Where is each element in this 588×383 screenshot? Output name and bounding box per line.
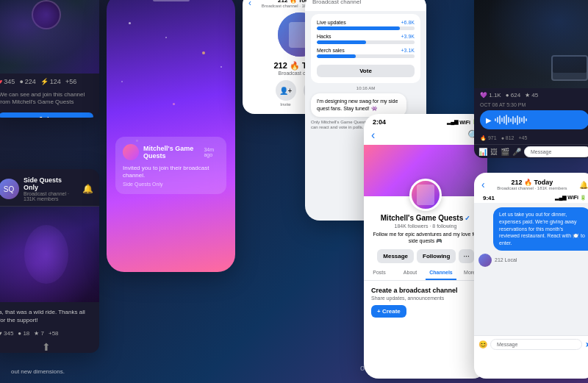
profile-followers: 184K followers · 8 following (364, 223, 487, 229)
rb-sender-name: 212 Local (495, 257, 517, 262)
rb-back-icon[interactable]: ‹ (481, 179, 485, 190)
poll-bar-3 (317, 54, 356, 58)
create-sub: Share updates, announcements (371, 296, 480, 301)
gif-icon[interactable]: 🎬 (501, 148, 509, 156)
rb-message-input[interactable]: Message (490, 339, 582, 350)
card-rt-controls: 📊 🖼 🎬 🎤 Message (474, 144, 588, 158)
profile-nav: ‹ 🔍 (364, 127, 487, 145)
cr-header: Broadcast channel (305, 0, 426, 11)
mic-icon[interactable]: 🎤 (512, 148, 521, 156)
notif-body: Invited you to join their broadcast chan… (123, 165, 219, 180)
image-icon[interactable]: 🖼 (490, 148, 498, 156)
channel-name-bl: Side Quests Only (24, 176, 78, 191)
tab-about[interactable]: About (395, 266, 426, 280)
poll-count-2: +3.9K (401, 34, 415, 39)
poll-bar-2 (317, 40, 366, 44)
poll-section: Live updates +6.8K Hacks +3.9K Merch sal… (311, 14, 420, 83)
rb-send-icon[interactable]: ➤ (585, 340, 588, 348)
bottom-explore-text: out new dimensions. (11, 368, 65, 376)
poll-count-3: +3.1K (401, 48, 415, 53)
rb-sender-avatar (478, 254, 492, 267)
poll-option-2: Hacks (317, 34, 331, 39)
profile-cover (364, 145, 487, 196)
card-rt-bottom-stats: 🔥 971 ● 812 +45 (474, 132, 588, 144)
audio-waveform (495, 114, 584, 126)
rb-header: ‹ 212 🔥 Today Broadcast channel · 181K m… (474, 173, 588, 193)
notif-title: Mitchell's Game Quests (143, 145, 199, 160)
card-bl-message: a, that was a wild ride. Thanks all for … (0, 302, 99, 330)
rb-channel-name: 212 🔥 Today (488, 179, 576, 186)
rb-emoji-icon[interactable]: 😊 (478, 340, 487, 348)
rb-channel-sub: Broadcast channel · 181K members (488, 186, 576, 190)
bell-icon: 🔔 (82, 184, 93, 194)
avatar-side-quests: SQ (0, 179, 19, 199)
card-rt-stats: 💜 1.1K ● 624 ★ 45 (474, 88, 588, 102)
card-bl-stats: ♥ 345 ● 18 ★ 7 +58 (0, 330, 99, 337)
notif-sub: Side Quests Only (123, 182, 219, 187)
card-bottom-left: SQ Side Quests Only Broadcast channel · … (0, 169, 99, 353)
card-tl-stats: ♥ 345 ● 224 ⚡ 124 +56 (0, 74, 99, 90)
profile-name: Mitchell's Game Quests ✓ (364, 214, 487, 222)
notification-card: Mitchell's Game Quests 34m ago Invited y… (115, 137, 226, 194)
profile-status-bar: 2:04 ▂▄▆ WiFi 🔋 (364, 114, 487, 127)
join-button[interactable]: Join (0, 112, 93, 118)
share-icon[interactable]: ⬆ (42, 341, 51, 353)
card-rt-date: OCT 06 AT 5:30 PM (474, 102, 588, 107)
card-center-left: Mitchell's Game Quests 34m ago Invited y… (107, 0, 235, 272)
card-tl-image (0, 0, 99, 74)
more-button[interactable]: ··· (459, 249, 473, 263)
cr-header-text: Broadcast channel (312, 0, 361, 5)
card-right-bottom: ‹ 212 🔥 Today Broadcast channel · 181K m… (474, 173, 588, 379)
profile-avatar (409, 179, 442, 211)
profile-back-icon[interactable]: ‹ (371, 129, 375, 142)
rb-message-bubble: Let us take you out for dinner, expenses… (493, 207, 588, 251)
main-scene: ♥ 345 ● 224 ⚡ 124 +56 We can see and joi… (0, 0, 588, 383)
following-button[interactable]: Following (417, 249, 456, 263)
profile-desc: Follow me for epic adventures and my lov… (364, 229, 487, 246)
invite-icon[interactable]: 👤+ (276, 80, 296, 101)
poll-bar-1 (317, 26, 400, 30)
bottom-text-overlay: ot - (360, 363, 372, 372)
notif-time: 34m ago (204, 147, 219, 157)
message-input-rt[interactable]: Message (524, 146, 588, 157)
poll-count-1: +6.8K (401, 20, 415, 25)
card-bl-header: SQ Side Quests Only Broadcast channel · … (0, 169, 99, 207)
monitor-icon (551, 55, 588, 81)
chart-icon[interactable]: 📊 (478, 148, 487, 156)
create-broadcast-section: Create a broadcast channel Share updates… (364, 281, 487, 323)
vote-button[interactable]: Vote (317, 65, 415, 77)
profile-actions: Message Following ··· (364, 246, 487, 266)
card-right-top: 💜 1.1K ● 624 ★ 45 OCT 06 AT 5:30 PM ▶ (474, 0, 588, 158)
tab-posts[interactable]: Posts (364, 266, 395, 280)
invite-label: Invite (280, 102, 290, 107)
poll-option-1: Live updates (317, 20, 346, 25)
verified-badge: ✓ (465, 215, 470, 222)
create-title: Create a broadcast channel (371, 287, 480, 294)
particle-overlay (107, 0, 235, 272)
audio-bubble: ▶ (480, 110, 588, 129)
poll-option-3: Merch sales (317, 48, 345, 53)
channel-sub-bl: Broadcast channel · 131K members (24, 191, 78, 201)
tab-channels[interactable]: Channels (426, 266, 456, 280)
rb-bell-icon[interactable]: 🔔 (579, 181, 588, 189)
card-rt-image (474, 0, 588, 88)
card-tl-description: We can see and join this channel from Mi… (0, 90, 99, 108)
chat-bubble: I'm designing new swag for my side quest… (311, 93, 406, 117)
back-icon[interactable]: ‹ (248, 0, 251, 8)
heart-icon: ♥ (0, 78, 2, 85)
rb-status-bar: 9:41 ▂▄▆ WiFi 🔋 (474, 193, 588, 203)
phone-notch (153, 0, 190, 1)
message-button[interactable]: Message (377, 249, 414, 263)
chat-time: 10:16 AM (305, 86, 426, 90)
create-button[interactable]: + Create (371, 305, 406, 318)
rb-chat-area: Let us take you out for dinner, expenses… (474, 203, 588, 335)
profile-tabs: Posts About Channels More ▾ (364, 266, 487, 281)
notif-avatar (123, 144, 139, 160)
play-icon[interactable]: ▶ (486, 116, 492, 124)
card-top-left: ♥ 345 ● 224 ⚡ 124 +56 We can see and joi… (0, 0, 99, 118)
card-profile: 2:04 ▂▄▆ WiFi 🔋 ‹ 🔍 Mitchell's Game Ques… (364, 114, 487, 379)
card-bl-image (0, 207, 99, 302)
rb-input-row: 😊 Message ➤ (474, 335, 588, 353)
